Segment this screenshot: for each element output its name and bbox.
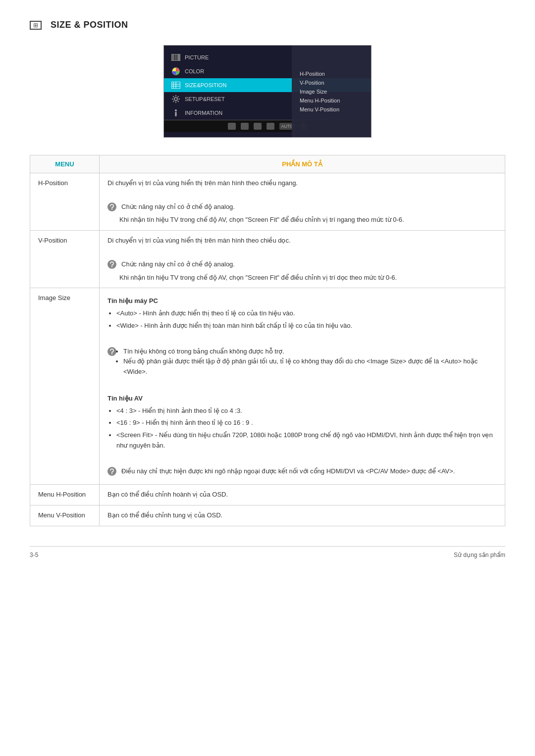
main-table: MENU PHẦN MÔ TẢ H-Position Di chuyển vị … [30, 155, 505, 526]
picture-icon [171, 53, 181, 61]
note-icon-2 [107, 260, 116, 269]
menu-cell-vpos: V-Position [30, 231, 100, 288]
osd-sub-menuvpos: Menu V-Position [300, 106, 363, 112]
page-title-section: SIZE & POSITION [30, 20, 505, 30]
menu-cell-hpos: H-Position [30, 173, 100, 231]
signal-av-list: <4 : 3> - Hiển thị hình ảnh theo tỉ lệ c… [116, 406, 497, 451]
svg-rect-12 [175, 112, 177, 116]
osd-item-color-label: COLOR [185, 68, 239, 74]
osd-btn-4 [267, 123, 274, 130]
av-note-text: Điều này chỉ thực hiện được khi ngõ nhập… [121, 466, 455, 477]
osd-screenshot: PICTURE COLOR SIZE&POSITION [30, 45, 505, 138]
osd-btn-3 [254, 123, 262, 130]
signal-pc-list: <Auto> - Hình ảnh được hiển thị theo tỉ … [116, 308, 497, 331]
osd-sub-menuhpos: Menu H-Position [300, 98, 363, 103]
menu-cell-imgsize: Image Size [30, 288, 100, 485]
osd-item-picture-label: PICTURE [185, 54, 239, 60]
desc-cell-menuhpos: Bạn có thể điều chỉnh hoành vị của OSD. [100, 485, 505, 505]
page-title: SIZE & POSITION [51, 20, 128, 30]
signal-pc-label: Tín hiệu máy PC [107, 296, 497, 306]
menuhpos-desc: Bạn có thể điều chỉnh hoành vị của OSD. [107, 491, 228, 498]
note-icon-1 [107, 202, 116, 211]
pc-item-1: <Auto> - Hình ảnh được hiển thị theo tỉ … [116, 308, 497, 319]
osd-sub-hpos: H-Position [300, 71, 363, 77]
osd-sub-vpos: V-Position [300, 80, 363, 86]
setup-icon [171, 95, 181, 103]
svg-rect-3 [177, 54, 180, 60]
page-number: 3-5 [30, 552, 38, 558]
imgsize-av-note: Điều này chỉ thực hiện được khi ngõ nhập… [107, 466, 497, 477]
vpos-desc-main: Di chuyển vị trí của vùng hiển thị trên … [107, 236, 497, 246]
note-icon-4 [107, 467, 116, 476]
table-row-menuhpos: Menu H-Position Bạn có thể điều chỉnh ho… [30, 485, 505, 505]
hpos-note1-text: Chức năng này chỉ có ở chế độ analog. [121, 202, 235, 212]
signal-av-label: Tín hiệu AV [107, 394, 497, 404]
osd-item-info-label: INFORMATION [185, 110, 239, 116]
av-item-1: <4 : 3> - Hiển thị hình ảnh theo tỉ lệ c… [116, 406, 497, 416]
menuvpos-desc: Bạn có thể điều chỉnh tung vị của OSD. [107, 511, 222, 519]
footer-right: Sử dụng sản phẩm [454, 552, 505, 558]
vpos-note2: Khi nhận tín hiệu TV trong chế độ AV, ch… [119, 273, 497, 283]
svg-point-18 [111, 353, 112, 354]
osd-btn-1 [228, 123, 236, 130]
av-item-3: <Screen Fit> - Nếu dùng tín hiệu chuẩn 7… [116, 430, 497, 451]
color-icon [171, 67, 181, 75]
desc-cell-menuvpos: Bạn có thể điều chỉnh tung vị của OSD. [100, 505, 505, 526]
vpos-note1-text: Chức năng này chỉ có ở chế độ analog. [121, 259, 235, 270]
table-row-imagesize: Image Size Tín hiệu máy PC <Auto> - Hình… [30, 288, 505, 485]
menu-cell-menuvpos: Menu V-Position [30, 505, 100, 526]
table-row-hposition: H-Position Di chuyển vị trí của vùng hiể… [30, 173, 505, 231]
svg-point-11 [175, 109, 177, 111]
av-item-2: <16 : 9> - Hiển thị hình ảnh theo tỉ lệ … [116, 418, 497, 428]
table-row-menuvpos: Menu V-Position Bạn có thể điều chỉnh tu… [30, 505, 505, 526]
table-row-vposition: V-Position Di chuyển vị trí của vùng hiể… [30, 231, 505, 288]
hpos-note2: Khi nhận tín hiệu TV trong chế độ AV, ch… [119, 215, 497, 225]
pc-note-2: Nếu độ phân giải được thiết lập ở độ phâ… [123, 356, 497, 377]
desc-cell-imgsize: Tín hiệu máy PC <Auto> - Hình ảnh được h… [100, 288, 505, 485]
size-position-icon [30, 21, 42, 30]
pc-item-2: <Wide> - Hình ảnh được hiển thị toàn màn… [116, 321, 497, 331]
col-header-menu: MENU [30, 155, 100, 173]
menu-cell-menuhpos: Menu H-Position [30, 485, 100, 505]
hpos-note1: Chức năng này chỉ có ở chế độ analog. [107, 202, 497, 212]
desc-cell-hpos: Di chuyển vị trí của vùng hiển thị trên … [100, 173, 505, 231]
svg-rect-1 [172, 54, 174, 60]
osd-btn-2 [241, 123, 249, 130]
osd-item-sizepos-label: SIZE&POSITION [185, 82, 239, 88]
desc-cell-vpos: Di chuyển vị trí của vùng hiển thị trên … [100, 231, 505, 288]
info-icon [171, 109, 181, 117]
vpos-note1: Chức năng này chỉ có ở chế độ analog. [107, 259, 497, 270]
svg-point-10 [174, 98, 177, 101]
pc-note-1: Tín hiệu không có trong bảng chuẩn không… [123, 347, 497, 357]
svg-point-20 [111, 473, 112, 474]
footer: 3-5 Sử dụng sản phẩm [30, 546, 505, 558]
sizepos-icon [171, 81, 181, 89]
svg-point-16 [111, 266, 112, 267]
imgsize-pc-notes: Tín hiệu không có trong bảng chuẩn không… [123, 347, 497, 377]
imgsize-note1: Tín hiệu không có trong bảng chuẩn không… [107, 347, 497, 377]
svg-point-14 [111, 209, 112, 210]
svg-rect-2 [175, 54, 177, 60]
osd-sub-imgsize: Image Size [300, 89, 363, 95]
hpos-desc-main: Di chuyển vị trí của vùng hiển thị trên … [107, 178, 497, 189]
osd-item-setup-label: SETUP&RESET [185, 96, 239, 102]
osd-menu: PICTURE COLOR SIZE&POSITION [163, 45, 372, 138]
col-header-desc: PHẦN MÔ TẢ [100, 155, 505, 173]
osd-submenu: H-Position V-Position Image Size Menu H-… [292, 46, 371, 137]
